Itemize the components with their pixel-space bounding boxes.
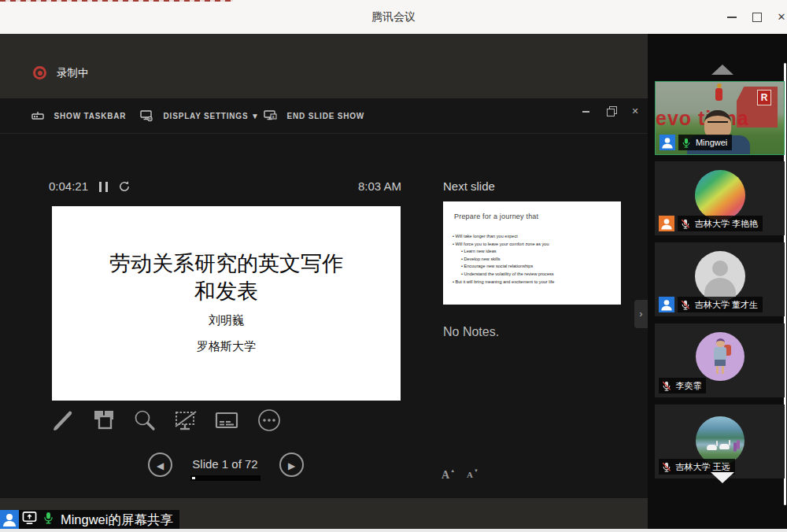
decrease-font-button[interactable]: A▼ <box>467 468 478 479</box>
preview-bullet: Will take longer than you expect <box>453 233 616 241</box>
shared-screen: 录制中 SHOW TASKBAR DISPLAY SETTINGS ▼ x EN… <box>0 34 648 532</box>
pause-timer-icon[interactable] <box>99 182 108 192</box>
preview-bullet: Encourage new social relationships <box>461 263 616 271</box>
zoom-slide-button[interactable] <box>132 408 159 434</box>
pen-icon <box>50 408 76 433</box>
mic-muted-icon <box>680 218 691 230</box>
mic-muted-icon <box>661 380 672 392</box>
captions-icon <box>214 408 239 433</box>
slide-title: 劳动关系研究的英文写作 和发表 <box>52 250 401 305</box>
participant-name: 吉林大学 董才生 <box>695 300 758 309</box>
participant-tile-liyanyan[interactable]: 吉林大学 李艳艳 <box>655 161 785 235</box>
elapsed-time: 0:04:21 <box>49 179 88 193</box>
participant-badge-icon <box>660 135 675 150</box>
recording-label: 录制中 <box>57 66 89 80</box>
presenter-restore-button[interactable] <box>602 103 621 119</box>
preview-title: Prepare for a journey that <box>454 212 538 220</box>
mic-muted-icon <box>661 461 672 473</box>
presenter-badge-icon <box>0 510 19 529</box>
see-all-slides-button[interactable] <box>91 408 118 434</box>
participant-tile-wangyuan[interactable]: 吉林大学 王远 <box>655 405 785 478</box>
end-slide-show-button[interactable]: x END SLIDE SHOW <box>264 98 364 134</box>
slide-affiliation: 罗格斯大学 <box>52 339 401 354</box>
participant-name: 吉林大学 李艳艳 <box>695 219 758 228</box>
avatar <box>696 416 745 465</box>
recording-icon <box>33 66 46 79</box>
restart-timer-icon[interactable] <box>118 180 131 196</box>
presenter-close-button[interactable]: ✕ <box>626 103 645 119</box>
end-slide-show-icon: x <box>264 110 277 122</box>
participant-tile-mingwei[interactable]: evo tiona Mingwei <box>655 81 785 155</box>
minimize-button[interactable] <box>719 0 746 34</box>
panel-expander-chevron[interactable]: › <box>634 300 648 328</box>
show-taskbar-label: SHOW TASKBAR <box>54 112 127 120</box>
video-mascot <box>715 88 722 101</box>
scroll-down-arrow[interactable] <box>711 472 734 483</box>
preview-bullet: But it will bring meaning and excitement… <box>453 279 616 286</box>
avatar <box>695 170 745 220</box>
pen-tool-button[interactable] <box>50 408 77 434</box>
magnifier-icon <box>132 408 157 433</box>
close-button[interactable]: ✕ <box>768 0 787 34</box>
slide-grid-icon <box>91 408 116 433</box>
slide-progress-bar <box>190 475 260 481</box>
maximize-button[interactable] <box>745 0 771 34</box>
participants-sidebar: evo tiona Mingwei <box>648 34 787 532</box>
preview-bullet: Learn new ideas <box>461 248 616 256</box>
presenter-toolbar: SHOW TASKBAR DISPLAY SETTINGS ▼ x END SL… <box>0 98 648 134</box>
timer-row: 0:04:21 8:03 AM <box>0 179 401 198</box>
end-slide-show-label: END SLIDE SHOW <box>287 112 364 120</box>
next-slide-preview[interactable]: Prepare for a journey that Will take lon… <box>443 201 621 305</box>
scroll-up-arrow[interactable] <box>711 65 733 75</box>
notes-text: No Notes. <box>443 325 499 339</box>
window-bottom-edge <box>0 529 787 532</box>
participant-tile-dongcaisheng[interactable]: 吉林大学 董才生 <box>655 242 785 316</box>
blank-screen-icon <box>173 408 198 433</box>
window-title: 腾讯会议 <box>0 0 787 34</box>
mic-on-icon <box>42 511 55 525</box>
screen-share-icon <box>22 511 37 525</box>
next-slide-heading: Next slide <box>443 179 495 193</box>
mic-on-icon <box>681 137 692 149</box>
display-settings-label: DISPLAY SETTINGS ▼ <box>164 112 260 120</box>
title-bar: 腾讯会议 ✕ <box>0 0 787 34</box>
screen-share-label: Mingwei的屏幕共享 <box>61 510 173 529</box>
mic-muted-icon <box>680 299 691 311</box>
svg-text:x: x <box>272 114 275 119</box>
presenter-minimize-button[interactable] <box>577 103 596 119</box>
recording-indicator: 录制中 <box>0 59 648 87</box>
ellipsis-icon <box>257 408 282 433</box>
slide-author: 刘明巍 <box>52 313 401 328</box>
next-arrow-icon: ▶ <box>288 460 295 471</box>
preview-bullet: Develop new skills <box>461 256 616 264</box>
avatar <box>695 251 745 301</box>
video-person-glasses <box>708 121 728 127</box>
black-screen-button[interactable] <box>173 408 200 434</box>
notes-font-buttons: A▲ A▼ <box>442 468 489 484</box>
subtitles-button[interactable] <box>214 408 241 434</box>
presenter-view-window: SHOW TASKBAR DISPLAY SETTINGS ▼ x END SL… <box>0 98 648 498</box>
display-settings-button[interactable]: DISPLAY SETTINGS ▼ <box>140 98 260 134</box>
display-settings-icon <box>140 110 153 122</box>
taskbar-icon <box>31 111 44 122</box>
participant-tile-liyifei[interactable]: 李奕霏 <box>655 323 785 397</box>
next-slide-button[interactable]: ▶ <box>279 453 304 477</box>
current-slide[interactable]: 劳动关系研究的英文写作 和发表 刘明巍 罗格斯大学 <box>52 206 401 401</box>
participant-name: 李奕霏 <box>675 381 701 390</box>
preview-bullets: Will take longer than you expect Will fo… <box>453 233 616 286</box>
more-options-button[interactable] <box>257 408 283 434</box>
increase-font-button[interactable]: A▲ <box>442 468 455 482</box>
preview-bullet: Will force you to leave your comfort zon… <box>453 241 616 249</box>
preview-bullet: Understand the volatility of the review … <box>461 271 616 279</box>
participant-badge-icon <box>659 216 674 231</box>
slide-navigation: ◀ Slide 1 of 72 ▶ <box>142 451 309 484</box>
clock-time: 8:03 AM <box>358 179 401 193</box>
avatar <box>696 332 745 381</box>
participant-name: Mingwei <box>696 138 727 147</box>
show-taskbar-button[interactable]: SHOW TASKBAR <box>31 98 126 134</box>
app-window: 腾讯会议 ✕ 录制中 SHOW TASKBAR DISPLAY SETTINGS… <box>0 0 787 532</box>
participant-name: 吉林大学 王远 <box>675 462 730 471</box>
participant-badge-icon <box>659 297 674 312</box>
